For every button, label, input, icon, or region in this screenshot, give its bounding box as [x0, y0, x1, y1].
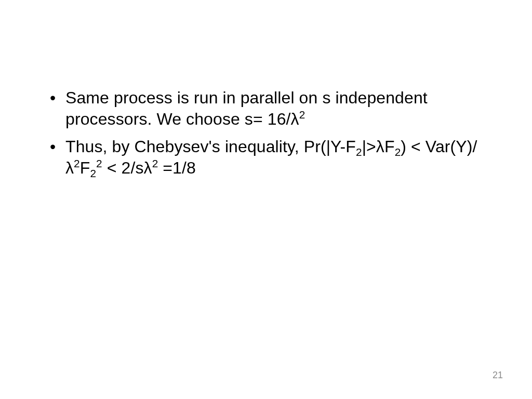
bullet-1-sup-1: 2: [299, 109, 305, 121]
slide: Same process is run in parallel on s ind…: [0, 0, 532, 399]
bullet-2-sup-2: 2: [96, 157, 102, 169]
bullet-2-sub-3: 2: [90, 167, 96, 179]
bullet-2-text-a: Thus, by Chebysev's inequality, Pr(|Y-F: [65, 137, 356, 156]
bullet-1-text-a: Same process is run in parallel on s ind…: [65, 88, 428, 128]
bullet-item-2: Thus, by Chebysev's inequality, Pr(|Y-F2…: [48, 136, 484, 179]
bullet-2-text-d: F: [80, 158, 90, 177]
bullet-2-sub-2: 2: [395, 146, 401, 158]
bullet-2-text-e: < 2/sλ: [102, 158, 152, 177]
bullet-2-text-f: =1/8: [158, 158, 196, 177]
bullet-list: Same process is run in parallel on s ind…: [48, 87, 484, 179]
bullet-2-sup-1: 2: [74, 157, 80, 169]
bullet-2-sup-3: 2: [152, 157, 158, 169]
page-number: 21: [493, 370, 503, 381]
bullet-item-1: Same process is run in parallel on s ind…: [48, 87, 484, 130]
bullet-2-text-b: |>λF: [362, 137, 395, 156]
bullet-2-sub-1: 2: [356, 146, 362, 158]
